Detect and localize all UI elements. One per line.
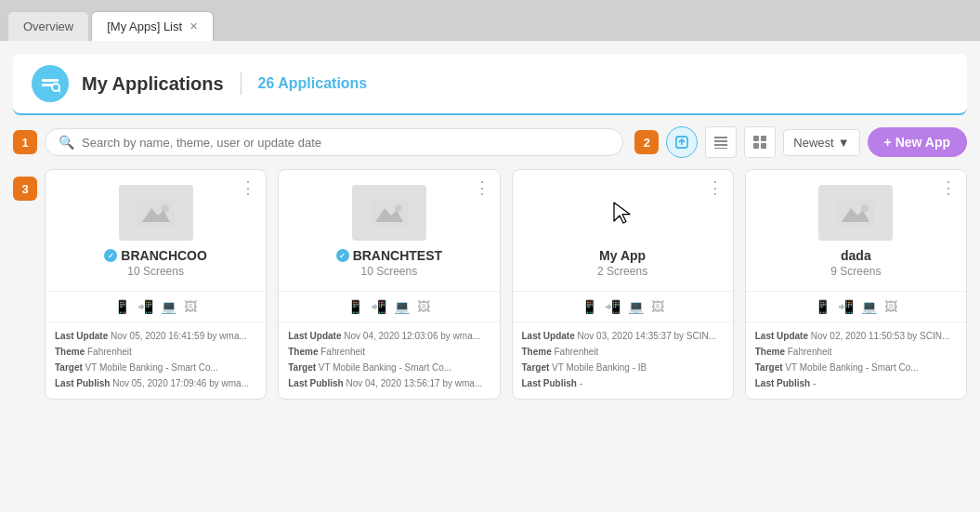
- header-divider: [241, 72, 242, 95]
- sort-button[interactable]: Newest ▼: [783, 129, 859, 156]
- device-phone-0: 📱: [114, 299, 130, 314]
- device-laptop-3: 💻: [861, 299, 877, 314]
- device-tablet-2: 📲: [605, 299, 621, 314]
- tab-my-apps-list[interactable]: [My Apps] List ✕: [91, 11, 214, 41]
- device-tablet-0: 📲: [137, 299, 153, 314]
- app-count: 26 Applications: [258, 75, 368, 92]
- device-laptop-2: 💻: [628, 299, 644, 314]
- device-phone-2: 📱: [581, 299, 597, 314]
- svg-point-2: [52, 84, 59, 91]
- card-menu-2[interactable]: ⋮: [707, 179, 724, 196]
- svg-rect-13: [761, 143, 766, 149]
- svg-rect-21: [837, 199, 874, 227]
- tab-bar: Overview [My Apps] List ✕: [0, 0, 980, 41]
- card-footer-3: Last Update Nov 02, 2020 11:50:53 by SCI…: [746, 322, 966, 399]
- header-icon: [32, 65, 69, 102]
- device-desktop-3: 🖼: [884, 299, 897, 314]
- device-laptop-1: 💻: [394, 299, 410, 314]
- svg-rect-6: [714, 137, 727, 138]
- card-menu-1[interactable]: ⋮: [474, 179, 490, 196]
- card-image-0: [119, 185, 193, 241]
- svg-rect-10: [753, 136, 759, 141]
- tab-close-button[interactable]: ✕: [189, 21, 198, 32]
- app-card-1: ⋮ ✓ BRANCHTEST 10 Screens: [278, 169, 500, 400]
- app-card-2: ⋮ My App 2 Screens 📱 📲: [512, 169, 734, 400]
- card-footer-0: Last Update Nov 05, 2020 16:41:59 by wma…: [46, 322, 266, 399]
- card-screens-2: 2 Screens: [597, 265, 647, 278]
- badge-1: 1: [13, 130, 37, 154]
- tab-overview[interactable]: Overview: [7, 11, 89, 41]
- svg-rect-8: [714, 144, 727, 146]
- toolbar: 1 🔍 2: [13, 126, 967, 158]
- device-desktop-0: 🖼: [184, 299, 197, 314]
- svg-point-23: [861, 204, 869, 212]
- search-input[interactable]: [82, 136, 609, 150]
- app-container: Overview [My Apps] List ✕ My Application…: [0, 0, 980, 512]
- card-devices-2: 📱 📲 💻 🖼: [513, 291, 733, 322]
- card-image-1: [352, 185, 426, 241]
- device-tablet-1: 📲: [371, 299, 386, 314]
- device-tablet-3: 📲: [838, 299, 854, 314]
- card-devices-0: 📱 📲 💻 🖼: [46, 291, 266, 322]
- card-menu-0[interactable]: ⋮: [240, 179, 256, 196]
- device-desktop-1: 🖼: [417, 299, 430, 314]
- device-laptop-0: 💻: [161, 299, 176, 314]
- sort-label: Newest: [793, 136, 833, 150]
- export-button[interactable]: [666, 126, 698, 158]
- svg-rect-12: [753, 143, 759, 149]
- device-phone-1: 📱: [347, 299, 363, 314]
- card-menu-3[interactable]: ⋮: [940, 179, 957, 196]
- app-card-3: ⋮ dada 9 Screens: [745, 169, 967, 400]
- svg-line-3: [59, 90, 60, 92]
- card-name-1: ✓ BRANCHTEST: [336, 248, 442, 263]
- card-screens-0: 10 Screens: [127, 265, 184, 278]
- card-footer-1: Last Update Nov 04, 2020 12:03:06 by wma…: [279, 322, 499, 399]
- card-footer-2: Last Update Nov 03, 2020 14:35:37 by SCI…: [513, 322, 733, 399]
- svg-rect-17: [371, 199, 408, 227]
- page-header: My Applications 26 Applications: [13, 54, 967, 115]
- app-card-0: ⋮ ✓ BRANCHCOO 10 Screens: [45, 169, 267, 400]
- svg-rect-14: [137, 199, 175, 227]
- badge-2: 2: [634, 130, 659, 154]
- list-view-button[interactable]: [705, 126, 737, 158]
- svg-rect-7: [714, 140, 727, 142]
- tab-overview-label: Overview: [23, 20, 73, 33]
- card-image-3: [818, 185, 893, 241]
- svg-point-16: [162, 204, 169, 212]
- main-content: My Applications 26 Applications 1 🔍 2: [0, 41, 980, 512]
- card-devices-3: 📱 📲 💻 🖼: [746, 291, 966, 322]
- card-screens-1: 10 Screens: [361, 265, 418, 278]
- badge-3: 3: [13, 177, 37, 201]
- sort-chevron-icon: ▼: [838, 136, 850, 150]
- svg-rect-9: [714, 148, 727, 149]
- search-box: 🔍: [45, 128, 623, 156]
- grid-view-button[interactable]: [744, 126, 776, 158]
- card-grid: ⋮ ✓ BRANCHCOO 10 Screens: [45, 169, 967, 400]
- new-app-button[interactable]: + New App: [868, 127, 967, 157]
- card-name-0: ✓ BRANCHCOO: [104, 248, 207, 263]
- card-name-3: dada: [841, 248, 871, 263]
- svg-point-19: [395, 204, 402, 212]
- device-desktop-2: 🖼: [651, 299, 664, 314]
- device-phone-3: 📱: [815, 299, 830, 314]
- card-devices-1: 📱 📲 💻 🖼: [279, 291, 499, 322]
- tab-my-apps-list-label: [My Apps] List: [107, 20, 182, 33]
- card-screens-3: 9 Screens: [830, 265, 881, 278]
- svg-rect-11: [761, 136, 766, 141]
- search-icon: 🔍: [59, 135, 74, 150]
- card-name-2: My App: [599, 248, 646, 263]
- svg-rect-0: [42, 79, 59, 82]
- svg-marker-20: [614, 203, 630, 223]
- page-title: My Applications: [82, 73, 224, 95]
- svg-rect-1: [42, 84, 53, 86]
- card-image-2: [585, 185, 660, 241]
